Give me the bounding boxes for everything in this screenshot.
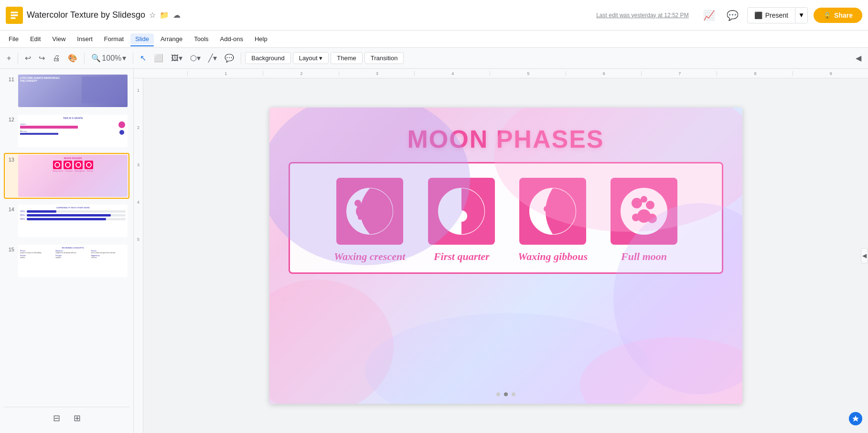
slide-title-text: MOON PHASES xyxy=(407,125,604,153)
slide-content[interactable]: MOON PHASES xyxy=(269,108,742,404)
zoom-button[interactable]: 🔍 100% ▾ xyxy=(88,52,129,65)
svg-point-12 xyxy=(363,215,372,224)
nav-dot-1[interactable] xyxy=(496,392,500,396)
slide-13-moons xyxy=(20,161,126,169)
menu-tools[interactable]: Tools xyxy=(189,33,213,44)
share-button[interactable]: 🔒 Share xyxy=(814,8,862,23)
comments-icon[interactable]: 💬 xyxy=(724,7,741,24)
moon-phase-waxing-crescent: Waxing crescent xyxy=(334,178,405,263)
print-button[interactable]: 🖨 xyxy=(50,52,63,65)
menu-slide[interactable]: Slide xyxy=(130,33,154,44)
cloud-icon[interactable]: ☁ xyxy=(173,11,181,20)
svg-point-21 xyxy=(465,220,471,226)
waxing-crescent-label: Waxing crescent xyxy=(334,250,405,263)
toolbar-separator-3 xyxy=(133,53,133,64)
first-quarter-label: First quarter xyxy=(434,250,490,263)
slide-thumbnail-13[interactable]: 13 MOON PHASES Waxing crescent First qua… xyxy=(4,153,129,199)
menu-help[interactable]: Help xyxy=(250,33,272,44)
transition-button[interactable]: Transition xyxy=(364,52,404,64)
last-edit-text: Last edit was yesterday at 12:52 PM xyxy=(596,12,688,19)
slide-navigation-dots xyxy=(269,389,742,400)
ruler-tick-8: 8 xyxy=(717,71,792,76)
slide-14-row-3: 80% xyxy=(20,217,126,220)
slide-number-11: 11 xyxy=(6,76,14,82)
svg-point-36 xyxy=(641,196,647,203)
redo-button[interactable]: ↪ xyxy=(36,52,48,65)
slide-15-grid: Pisces positive in concert of of friends… xyxy=(20,250,126,259)
menu-edit[interactable]: Edit xyxy=(25,33,45,44)
ruler-ticks-horizontal: 1 2 3 4 5 6 7 8 9 xyxy=(149,71,868,76)
comment-button[interactable]: 💬 xyxy=(222,52,237,65)
slide-number-13: 13 xyxy=(6,157,14,162)
menu-addons[interactable]: Add-ons xyxy=(215,33,248,44)
add-slide-button[interactable]: + xyxy=(4,52,14,65)
document-title[interactable]: Watercolor Texture by Slidesgo xyxy=(27,10,145,20)
text-box-button[interactable]: ⬜ xyxy=(151,52,166,65)
ruler-tick-2: 2 xyxy=(263,71,338,76)
present-button[interactable]: ⬛ Present xyxy=(747,7,795,23)
ruler-tick-4: 4 xyxy=(414,71,490,76)
layout-button[interactable]: Layout ▾ xyxy=(293,52,329,64)
nav-dot-2[interactable] xyxy=(504,392,508,396)
analytics-icon[interactable]: 📈 xyxy=(700,7,718,24)
full-moon-icon xyxy=(611,178,677,245)
theme-button[interactable]: Theme xyxy=(331,52,362,64)
slide-thumbnail-12[interactable]: 12 THIS IS A GRAPH Jupiter Mercury xyxy=(4,113,129,149)
ai-assistant-button[interactable] xyxy=(849,412,862,425)
lock-icon: 🔒 xyxy=(823,11,831,19)
menu-view[interactable]: View xyxy=(47,33,70,44)
folder-icon[interactable]: 📁 xyxy=(160,11,169,20)
svg-point-27 xyxy=(559,196,565,202)
zoom-dropdown-icon: ▾ xyxy=(122,54,126,63)
ruler-horizontal: 1 2 3 4 5 6 7 8 9 xyxy=(134,69,868,78)
svg-point-26 xyxy=(552,219,560,227)
slide-thumbnail-15[interactable]: 15 REVIEWING CONCEPTS Pisces positive in… xyxy=(4,243,129,279)
collapse-panel-button[interactable]: ◀ xyxy=(853,52,864,65)
moon-phases-box: Waxing crescent xyxy=(289,162,723,274)
toolbar-separator-4 xyxy=(241,53,241,64)
slide-number-12: 12 xyxy=(6,117,14,122)
slide-thumbnail-14[interactable]: 14 COMPATIBILITY WITH OTHER SIGNS 30% 85… xyxy=(4,203,129,239)
ruler-tick-5: 5 xyxy=(490,71,565,76)
filmstrip-view-button[interactable]: ⊟ xyxy=(50,411,63,425)
waxing-gibbous-icon xyxy=(519,178,586,245)
slide-12-title: THIS IS A GRAPH xyxy=(20,117,126,119)
menu-arrange[interactable]: Arrange xyxy=(156,33,187,44)
layout-label: Layout xyxy=(299,54,318,62)
share-label: Share xyxy=(834,11,853,19)
svg-point-18 xyxy=(455,196,461,202)
slide-14-row-1: 30% xyxy=(20,210,126,213)
menu-insert[interactable]: Insert xyxy=(72,33,97,44)
thumb-moon-2 xyxy=(64,161,72,169)
first-quarter-icon xyxy=(428,178,495,245)
menu-file[interactable]: File xyxy=(4,33,23,44)
slide-11-text: A PICTURE ALWAYS REINFORCES THE CONCEPT xyxy=(20,76,62,82)
waxing-crescent-icon xyxy=(336,178,403,245)
slide-14-title: COMPATIBILITY WITH OTHER SIGNS xyxy=(20,206,126,209)
star-icon[interactable]: ☆ xyxy=(149,11,156,20)
slide-thumbnail-11[interactable]: 11 A PICTURE ALWAYS REINFORCES THE CONCE… xyxy=(4,73,129,109)
background-button[interactable]: Background xyxy=(245,52,290,64)
select-tool-button[interactable]: ↖ xyxy=(137,52,149,65)
app-logo xyxy=(6,7,23,24)
canvas-container: 1 2 3 4 5 xyxy=(134,78,868,433)
image-button[interactable]: 🖼▾ xyxy=(168,52,185,65)
undo-button[interactable]: ↩ xyxy=(22,52,34,65)
slide-canvas[interactable]: MOON PHASES xyxy=(143,78,868,433)
paint-format-button[interactable]: 🎨 xyxy=(65,52,80,65)
full-moon-label: Full moon xyxy=(621,250,667,263)
line-button[interactable]: ╱▾ xyxy=(205,52,220,65)
ruler-tick-6: 6 xyxy=(566,71,641,76)
zoom-label: 100% xyxy=(102,54,121,63)
thumb-moon-3 xyxy=(74,161,83,169)
svg-point-34 xyxy=(632,214,640,221)
grid-view-button[interactable]: ⊞ xyxy=(71,411,84,425)
shapes-button[interactable]: ⬡▾ xyxy=(187,52,204,65)
collapse-panel-right-button[interactable]: ◀ xyxy=(861,248,868,263)
moon-phase-first-quarter: First quarter xyxy=(428,178,495,263)
svg-point-19 xyxy=(465,201,474,209)
menu-format[interactable]: Format xyxy=(99,33,129,44)
nav-dot-3[interactable] xyxy=(512,392,515,396)
present-dropdown-button[interactable]: ▼ xyxy=(795,7,808,23)
moon-phase-full-moon: Full moon xyxy=(611,178,677,263)
